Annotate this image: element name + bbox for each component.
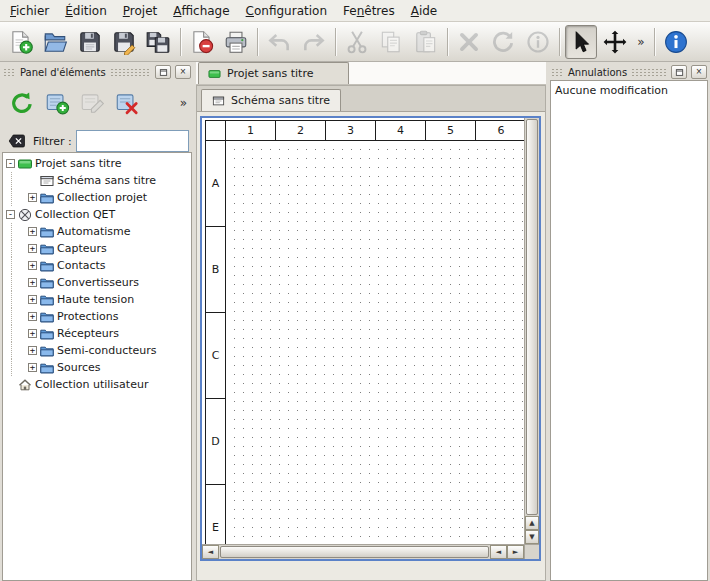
tree-expander[interactable]: +: [28, 244, 37, 253]
column-headers: 123456: [226, 121, 524, 141]
folder-icon: [40, 361, 54, 375]
tree-item-label: Convertisseurs: [57, 276, 139, 289]
tree-item-collection-projet[interactable]: +Collection projet: [3, 189, 191, 206]
tree-expander[interactable]: +: [28, 227, 37, 236]
mdi-area: Projet sans titre Schéma sans titre 1234…: [196, 62, 546, 581]
tree-expander[interactable]: -: [6, 159, 15, 168]
scroll-right-button[interactable]: ►: [507, 545, 524, 559]
dock-grip-icon: [631, 68, 667, 77]
print-button[interactable]: [220, 25, 252, 59]
elements-panel-toolbar: »: [2, 80, 192, 126]
tree-item-collection-utilisateur[interactable]: Collection utilisateur: [3, 376, 191, 393]
tree-item-sources[interactable]: +Sources: [3, 359, 191, 376]
diagram-icon: [212, 95, 225, 107]
diagram-tabbar: Schéma sans titre: [197, 86, 545, 112]
tree-expander[interactable]: +: [28, 278, 37, 287]
diagram-tab[interactable]: Schéma sans titre: [201, 89, 341, 111]
tree-item-automatisme[interactable]: +Automatisme: [3, 223, 191, 240]
hscroll-thumb[interactable]: [220, 546, 489, 558]
select-tool-button[interactable]: [565, 25, 597, 59]
vscroll-track[interactable]: [526, 119, 538, 515]
info-button: [521, 25, 553, 59]
delete-element-button[interactable]: [111, 87, 143, 119]
menu-configuration[interactable]: Configuration: [238, 2, 335, 20]
filter-input[interactable]: [76, 130, 189, 152]
menu-edition[interactable]: Édition: [57, 2, 115, 20]
vertical-scrollbar[interactable]: ▲ ▼: [524, 118, 539, 544]
tree-item-schema-sans-titre[interactable]: Schéma sans titre: [3, 172, 191, 189]
undo-button: [263, 25, 295, 59]
menu-aide[interactable]: Aide: [403, 2, 446, 20]
project-tab[interactable]: Projet sans titre: [198, 62, 349, 84]
paste-icon: [413, 29, 439, 55]
row-header-d: D: [206, 399, 225, 485]
tree-item-capteurs[interactable]: +Capteurs: [3, 240, 191, 257]
tree-item-semi-conducteurs[interactable]: +Semi-conducteurs: [3, 342, 191, 359]
tree-item-haute-tension[interactable]: +Haute tension: [3, 291, 191, 308]
menu-affichage[interactable]: Affichage: [165, 2, 237, 20]
toolbar-separator: [257, 28, 258, 56]
tree-item-contacts[interactable]: +Contacts: [3, 257, 191, 274]
redo-button: [298, 25, 330, 59]
application-window: { "menu": { "items": [ {"label": "Fichie…: [0, 0, 710, 581]
dock-grip-icon: [3, 68, 16, 77]
float-panel-button[interactable]: [671, 65, 687, 79]
horizontal-scrollbar[interactable]: ◄ ◄ ►: [202, 544, 524, 559]
folder-icon: [40, 259, 54, 273]
tree-expander[interactable]: +: [28, 295, 37, 304]
diagram-viewport[interactable]: 123456 ABCDE: [202, 118, 524, 544]
close-file-button[interactable]: [186, 25, 218, 59]
folder-icon: [40, 225, 54, 239]
tree-item-collection-qet[interactable]: -Collection QET: [3, 206, 191, 223]
scroll-left-button[interactable]: ◄: [202, 545, 219, 559]
tree-expander[interactable]: +: [28, 329, 37, 338]
tree-item-protections[interactable]: +Protections: [3, 308, 191, 325]
scroll-down-button[interactable]: ▼: [525, 530, 539, 544]
tree-item-label: Protections: [57, 310, 118, 323]
menu-fichier[interactable]: Fichier: [2, 2, 57, 20]
undo-history-list[interactable]: Aucune modification: [550, 80, 708, 581]
elements-panel-titlebar[interactable]: Panel d'éléments ×: [2, 64, 192, 80]
tree-expander[interactable]: +: [28, 363, 37, 372]
save-all-button[interactable]: [142, 25, 174, 59]
diagram-canvas[interactable]: [226, 141, 524, 544]
menu-fenetres[interactable]: Fenêtres: [335, 2, 403, 20]
undo-panel-titlebar[interactable]: Annulations ×: [550, 64, 708, 80]
print-icon: [223, 29, 249, 55]
folder-icon: [40, 276, 54, 290]
move-tool-button[interactable]: [599, 25, 631, 59]
tree-item-projet-sans-titre[interactable]: -Projet sans titre: [3, 155, 191, 172]
save-as-button[interactable]: [108, 25, 140, 59]
tree-item-recepteurs[interactable]: +Récepteurs: [3, 325, 191, 342]
tree-guide: [11, 274, 25, 291]
menu-projet[interactable]: Projet: [115, 2, 165, 20]
save-button[interactable]: [74, 25, 106, 59]
vscroll-thumb[interactable]: [526, 119, 538, 515]
tree-expander[interactable]: +: [28, 261, 37, 270]
new-element-button[interactable]: [41, 87, 73, 119]
toolbar-overflow-button[interactable]: »: [632, 35, 649, 49]
close-panel-button[interactable]: ×: [175, 65, 191, 79]
help-button[interactable]: [660, 25, 692, 59]
tree-expander[interactable]: -: [6, 210, 15, 219]
copy-button: [375, 25, 407, 59]
scroll-left-end-button[interactable]: ◄: [490, 545, 507, 559]
tree-expander[interactable]: +: [28, 312, 37, 321]
panel-overflow-button[interactable]: »: [177, 96, 190, 110]
tree-expander[interactable]: +: [28, 193, 37, 202]
new-file-button[interactable]: [5, 25, 37, 59]
reload-button[interactable]: [6, 87, 38, 119]
move-tool-icon: [602, 29, 628, 55]
float-panel-button[interactable]: [155, 65, 171, 79]
open-file-icon: [42, 29, 68, 55]
float-icon: [675, 68, 684, 77]
undo-panel: Annulations × Aucune modification: [550, 64, 708, 581]
filter-clear-button[interactable]: [5, 130, 29, 152]
close-panel-button[interactable]: ×: [691, 65, 707, 79]
tree-guide: [11, 189, 25, 206]
scroll-up-button[interactable]: ▲: [525, 516, 539, 530]
tree-expander[interactable]: +: [28, 346, 37, 355]
hscroll-track[interactable]: [220, 546, 489, 558]
open-file-button[interactable]: [39, 25, 71, 59]
tree-item-convertisseurs[interactable]: +Convertisseurs: [3, 274, 191, 291]
